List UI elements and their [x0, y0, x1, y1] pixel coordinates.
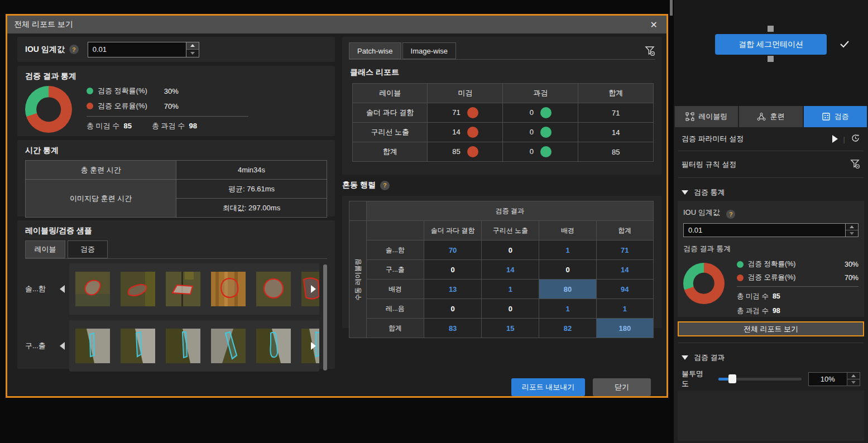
slider-handle[interactable] — [728, 374, 736, 383]
sample-thumbnail[interactable] — [166, 272, 200, 306]
spin-down-button[interactable] — [847, 379, 860, 386]
matrix-cell: 70 — [424, 240, 482, 260]
sample-thumbnail[interactable] — [166, 329, 200, 363]
sample-thumbnail[interactable] — [121, 329, 155, 363]
missed-cell: 71 — [428, 103, 503, 123]
scroll-right-icon[interactable] — [311, 285, 316, 293]
tab-image-wise[interactable]: Image-wise — [402, 42, 456, 59]
opacity-input[interactable]: 10% — [808, 372, 860, 386]
matrix-row-header: 레...음 — [366, 299, 424, 319]
tab-patch-wise[interactable]: Patch-wise — [349, 42, 401, 59]
scroll-right-icon[interactable] — [311, 342, 316, 350]
tab-validation-samples[interactable]: 검증 — [68, 240, 108, 258]
matrix-cell: 0 — [482, 299, 539, 319]
spin-up-button[interactable] — [847, 373, 860, 379]
overdetect-cell: 0 — [503, 123, 578, 142]
filter-icon[interactable] — [644, 45, 655, 56]
sample-thumbnail[interactable] — [211, 272, 246, 306]
sample-thumbnail[interactable] — [256, 329, 291, 363]
history-icon[interactable] — [851, 133, 860, 145]
total-cell: 14 — [578, 123, 654, 142]
matrix-cell: 1 — [539, 299, 596, 319]
iou-threshold-panel: IOU 임계값 ? 0.01 — [17, 37, 335, 62]
spin-down-button[interactable] — [186, 50, 199, 57]
overdetect-total: 총 과검 수 98 — [737, 306, 859, 316]
matrix-col-header: 구리선 노출 — [482, 221, 539, 240]
mode-tabs: 레이블링 훈련 검증 — [675, 106, 867, 127]
spin-up-button[interactable] — [186, 42, 199, 50]
dialog-title: 전체 리포트 보기 — [14, 20, 648, 30]
red-dot-icon — [87, 103, 93, 109]
node-connector-top — [768, 26, 774, 32]
confusion-matrix-title: 혼동 행렬 — [342, 180, 376, 190]
filter-icon[interactable] — [850, 158, 860, 171]
check-icon — [838, 38, 851, 52]
red-dot-icon — [737, 275, 744, 281]
accuracy-value: 30% — [164, 87, 179, 95]
matrix-cell-highlighted: 80 — [539, 280, 596, 299]
class-report-table: 레이블 미검 과검 합계 솔더 과다 결함 71 0 71 구리선 노출 14 … — [352, 83, 654, 162]
sample-thumbnail[interactable] — [256, 272, 291, 306]
sample-thumbnail[interactable] — [75, 272, 110, 306]
missed-indicator-dot — [467, 127, 478, 138]
filter-rules-row[interactable]: 필터링 규칙 설정 — [674, 155, 868, 174]
spin-down-button[interactable] — [846, 230, 858, 237]
matrix-cell: 1 — [596, 299, 653, 319]
confusion-matrix-panel: 검증 결과 수동 레이블링 솔더 과다 결함 구리선 노출 배경 합계 솔...… — [342, 196, 662, 328]
dialog-titlebar[interactable]: 전체 리포트 보기 ✕ — [7, 16, 666, 33]
result-preview-panel — [678, 391, 864, 441]
matrix-row: 솔...함 70 0 1 71 — [349, 240, 654, 260]
iou-threshold-input[interactable]: 0.01 — [88, 42, 199, 57]
validation-stats-title: 검증 결과 통계 — [25, 71, 327, 81]
overdetect-indicator-dot — [540, 146, 552, 157]
arrow-up-icon — [851, 374, 856, 377]
sample-thumbnail[interactable] — [121, 272, 155, 306]
collapse-icon — [682, 355, 688, 360]
sample-thumbnail[interactable] — [75, 329, 110, 363]
help-icon[interactable]: ? — [380, 181, 390, 190]
arrow-up-icon — [850, 225, 854, 228]
export-report-button[interactable]: 리포트 내보내기 — [511, 378, 585, 396]
spin-up-button[interactable] — [846, 224, 858, 230]
dialog-footer: 리포트 내보내기 닫기 — [511, 378, 651, 396]
iou-threshold-value: 0.01 — [88, 42, 186, 57]
sample-thumbnail[interactable] — [301, 272, 319, 306]
scroll-left-icon[interactable] — [60, 285, 65, 293]
samples-scrollbar[interactable] — [323, 264, 327, 370]
column-header: 합계 — [578, 84, 654, 103]
green-dot-icon — [87, 88, 93, 94]
validation-result-section-header[interactable]: 검증 결과 — [674, 348, 868, 367]
thumbnail-strip — [69, 263, 319, 315]
samples-panel: 레이블링/검증 샘플 레이블검증 솔...함 구...출 — [17, 220, 335, 369]
missed-cell: 85 — [428, 142, 503, 162]
tab-label-samples[interactable]: 레이블 — [25, 240, 65, 258]
close-button[interactable]: 닫기 — [593, 378, 651, 396]
time-row-value: 최대값: 297.00ms — [176, 199, 327, 218]
tab-validation[interactable]: 검증 — [804, 106, 867, 127]
matrix-col-header: 합계 — [596, 221, 653, 240]
tab-training[interactable]: 훈련 — [739, 106, 802, 127]
help-icon[interactable]: ? — [69, 45, 79, 54]
view-full-report-button[interactable]: 전체 리포트 보기 — [678, 321, 864, 336]
bounding-box-icon — [685, 112, 694, 121]
validation-params-row[interactable]: 검증 파라미터 설정 | — [674, 129, 868, 148]
matrix-cell: 71 — [596, 240, 653, 260]
close-icon[interactable]: ✕ — [648, 20, 660, 30]
validation-stats-section-header[interactable]: 검증 통계 — [674, 183, 868, 202]
app-scrollbar-fragment[interactable] — [670, 0, 673, 16]
sample-row-label: 솔...함 — [25, 284, 60, 294]
class-report-title: 클래스 리포트 — [350, 68, 655, 78]
sidebar-iou-input[interactable]: 0.01 — [683, 223, 859, 237]
help-icon[interactable]: ? — [726, 210, 735, 219]
sample-thumbnail[interactable] — [211, 329, 246, 363]
row-label: 구리선 노출 — [353, 123, 428, 142]
opacity-slider[interactable] — [718, 374, 802, 383]
error-label: 검증 오류율(%) — [98, 101, 147, 111]
defect-segmentation-node[interactable]: 결합 세그먼테이션 — [715, 34, 827, 55]
expand-arrow-icon[interactable] — [832, 135, 838, 143]
scroll-left-icon[interactable] — [60, 342, 65, 350]
table-row: 솔더 과다 결함 71 0 71 — [353, 103, 654, 123]
sample-thumbnail[interactable] — [301, 329, 319, 363]
column-header: 과검 — [503, 84, 578, 103]
tab-labeling[interactable]: 레이블링 — [675, 106, 738, 127]
